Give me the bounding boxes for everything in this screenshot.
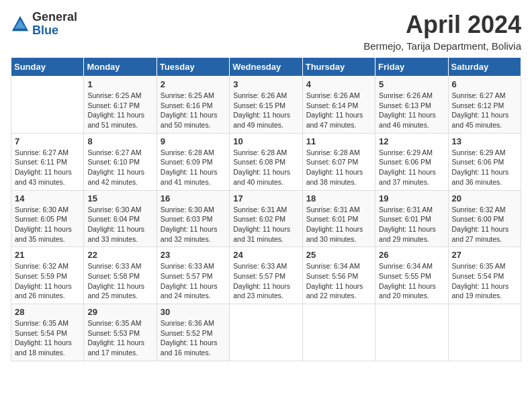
calendar-cell: 19Sunrise: 6:31 AMSunset: 6:01 PMDayligh… — [375, 190, 448, 247]
calendar-cell: 9Sunrise: 6:28 AMSunset: 6:09 PMDaylight… — [157, 133, 229, 190]
day-number: 4 — [306, 79, 371, 89]
calendar-table: SundayMondayTuesdayWednesdayThursdayFrid… — [11, 57, 521, 361]
logo-blue: Blue — [32, 24, 77, 38]
day-header-monday: Monday — [84, 58, 157, 77]
day-info: Sunrise: 6:28 AMSunset: 6:08 PMDaylight:… — [233, 148, 298, 187]
day-header-tuesday: Tuesday — [157, 58, 229, 77]
week-row-1: 1Sunrise: 6:25 AMSunset: 6:17 PMDaylight… — [11, 77, 521, 134]
day-info: Sunrise: 6:34 AMSunset: 5:55 PMDaylight:… — [379, 261, 444, 301]
day-header-saturday: Saturday — [448, 58, 521, 77]
day-header-wednesday: Wednesday — [230, 58, 302, 77]
day-info: Sunrise: 6:27 AMSunset: 6:12 PMDaylight:… — [452, 91, 517, 130]
calendar-cell: 23Sunrise: 6:33 AMSunset: 5:57 PMDayligh… — [157, 247, 229, 304]
day-number: 15 — [87, 193, 152, 203]
calendar-cell: 6Sunrise: 6:27 AMSunset: 6:12 PMDaylight… — [448, 77, 521, 134]
day-info: Sunrise: 6:27 AMSunset: 6:11 PMDaylight:… — [15, 148, 80, 187]
day-number: 13 — [452, 136, 517, 146]
week-row-5: 28Sunrise: 6:35 AMSunset: 5:54 PMDayligh… — [11, 304, 521, 361]
day-number: 7 — [15, 136, 80, 146]
day-number: 25 — [306, 250, 371, 260]
day-header-thursday: Thursday — [302, 58, 375, 77]
day-info: Sunrise: 6:27 AMSunset: 6:10 PMDaylight:… — [87, 148, 152, 187]
day-number: 1 — [87, 79, 152, 89]
calendar-cell: 28Sunrise: 6:35 AMSunset: 5:54 PMDayligh… — [11, 304, 84, 361]
day-number: 6 — [452, 79, 517, 89]
day-info: Sunrise: 6:35 AMSunset: 5:54 PMDaylight:… — [452, 261, 517, 301]
calendar-cell — [230, 304, 302, 361]
calendar-cell: 16Sunrise: 6:30 AMSunset: 6:03 PMDayligh… — [157, 190, 229, 247]
day-info: Sunrise: 6:31 AMSunset: 6:01 PMDaylight:… — [379, 205, 444, 244]
day-info: Sunrise: 6:25 AMSunset: 6:17 PMDaylight:… — [87, 91, 152, 130]
calendar-cell: 24Sunrise: 6:33 AMSunset: 5:57 PMDayligh… — [230, 247, 302, 304]
calendar-cell: 11Sunrise: 6:28 AMSunset: 6:07 PMDayligh… — [302, 133, 375, 190]
day-number: 27 — [452, 250, 517, 260]
day-number: 5 — [379, 79, 444, 89]
logo: General Blue — [11, 11, 77, 38]
calendar-cell — [11, 77, 84, 134]
calendar-cell: 2Sunrise: 6:25 AMSunset: 6:16 PMDaylight… — [157, 77, 229, 134]
day-number: 18 — [306, 193, 371, 203]
calendar-cell: 22Sunrise: 6:33 AMSunset: 5:58 PMDayligh… — [84, 247, 157, 304]
week-row-3: 14Sunrise: 6:30 AMSunset: 6:05 PMDayligh… — [11, 190, 521, 247]
day-info: Sunrise: 6:32 AMSunset: 5:59 PMDaylight:… — [15, 261, 80, 301]
day-number: 3 — [233, 79, 298, 89]
day-info: Sunrise: 6:30 AMSunset: 6:03 PMDaylight:… — [161, 205, 226, 244]
day-info: Sunrise: 6:32 AMSunset: 6:00 PMDaylight:… — [452, 205, 517, 244]
calendar-cell: 30Sunrise: 6:36 AMSunset: 5:52 PMDayligh… — [157, 304, 229, 361]
day-number: 21 — [15, 250, 80, 260]
day-number: 12 — [379, 136, 444, 146]
day-info: Sunrise: 6:31 AMSunset: 6:02 PMDaylight:… — [233, 205, 298, 244]
calendar-cell: 21Sunrise: 6:32 AMSunset: 5:59 PMDayligh… — [11, 247, 84, 304]
day-number: 30 — [161, 307, 226, 317]
day-info: Sunrise: 6:36 AMSunset: 5:52 PMDaylight:… — [161, 318, 226, 358]
day-info: Sunrise: 6:33 AMSunset: 5:57 PMDaylight:… — [233, 261, 298, 301]
calendar-cell: 8Sunrise: 6:27 AMSunset: 6:10 PMDaylight… — [84, 133, 157, 190]
day-number: 26 — [379, 250, 444, 260]
day-number: 19 — [379, 193, 444, 203]
logo-general: General — [32, 11, 77, 24]
day-header-friday: Friday — [375, 58, 448, 77]
day-info: Sunrise: 6:26 AMSunset: 6:13 PMDaylight:… — [379, 91, 444, 130]
day-info: Sunrise: 6:29 AMSunset: 6:06 PMDaylight:… — [379, 148, 444, 187]
week-row-4: 21Sunrise: 6:32 AMSunset: 5:59 PMDayligh… — [11, 247, 521, 304]
month-title: April 2024 — [363, 11, 521, 39]
day-number: 8 — [87, 136, 152, 146]
day-info: Sunrise: 6:28 AMSunset: 6:09 PMDaylight:… — [161, 148, 226, 187]
day-info: Sunrise: 6:35 AMSunset: 5:53 PMDaylight:… — [87, 318, 152, 358]
day-info: Sunrise: 6:25 AMSunset: 6:16 PMDaylight:… — [161, 91, 226, 130]
day-info: Sunrise: 6:26 AMSunset: 6:15 PMDaylight:… — [233, 91, 298, 130]
logo-icon — [11, 15, 30, 34]
page-header: General Blue April 2024 Bermejo, Tarija … — [11, 11, 521, 52]
day-number: 2 — [161, 79, 226, 89]
calendar-cell: 7Sunrise: 6:27 AMSunset: 6:11 PMDaylight… — [11, 133, 84, 190]
calendar-cell: 4Sunrise: 6:26 AMSunset: 6:14 PMDaylight… — [302, 77, 375, 134]
calendar-cell: 15Sunrise: 6:30 AMSunset: 6:04 PMDayligh… — [84, 190, 157, 247]
calendar-cell: 26Sunrise: 6:34 AMSunset: 5:55 PMDayligh… — [375, 247, 448, 304]
week-row-2: 7Sunrise: 6:27 AMSunset: 6:11 PMDaylight… — [11, 133, 521, 190]
day-number: 23 — [161, 250, 226, 260]
calendar-cell: 18Sunrise: 6:31 AMSunset: 6:01 PMDayligh… — [302, 190, 375, 247]
day-info: Sunrise: 6:30 AMSunset: 6:04 PMDaylight:… — [87, 205, 152, 244]
title-block: April 2024 Bermejo, Tarija Department, B… — [363, 11, 521, 52]
calendar-cell: 25Sunrise: 6:34 AMSunset: 5:56 PMDayligh… — [302, 247, 375, 304]
day-info: Sunrise: 6:26 AMSunset: 6:14 PMDaylight:… — [306, 91, 371, 130]
day-number: 11 — [306, 136, 371, 146]
calendar-cell: 29Sunrise: 6:35 AMSunset: 5:53 PMDayligh… — [84, 304, 157, 361]
calendar-cell: 3Sunrise: 6:26 AMSunset: 6:15 PMDaylight… — [230, 77, 302, 134]
day-info: Sunrise: 6:35 AMSunset: 5:54 PMDaylight:… — [15, 318, 80, 358]
day-number: 28 — [15, 307, 80, 317]
calendar-cell: 20Sunrise: 6:32 AMSunset: 6:00 PMDayligh… — [448, 190, 521, 247]
calendar-cell: 12Sunrise: 6:29 AMSunset: 6:06 PMDayligh… — [375, 133, 448, 190]
day-number: 10 — [233, 136, 298, 146]
day-number: 17 — [233, 193, 298, 203]
calendar-cell: 14Sunrise: 6:30 AMSunset: 6:05 PMDayligh… — [11, 190, 84, 247]
day-header-sunday: Sunday — [11, 58, 84, 77]
calendar-cell: 27Sunrise: 6:35 AMSunset: 5:54 PMDayligh… — [448, 247, 521, 304]
day-info: Sunrise: 6:34 AMSunset: 5:56 PMDaylight:… — [306, 261, 371, 301]
day-number: 14 — [15, 193, 80, 203]
day-number: 9 — [161, 136, 226, 146]
day-info: Sunrise: 6:28 AMSunset: 6:07 PMDaylight:… — [306, 148, 371, 187]
day-number: 20 — [452, 193, 517, 203]
calendar-cell — [302, 304, 375, 361]
day-number: 24 — [233, 250, 298, 260]
